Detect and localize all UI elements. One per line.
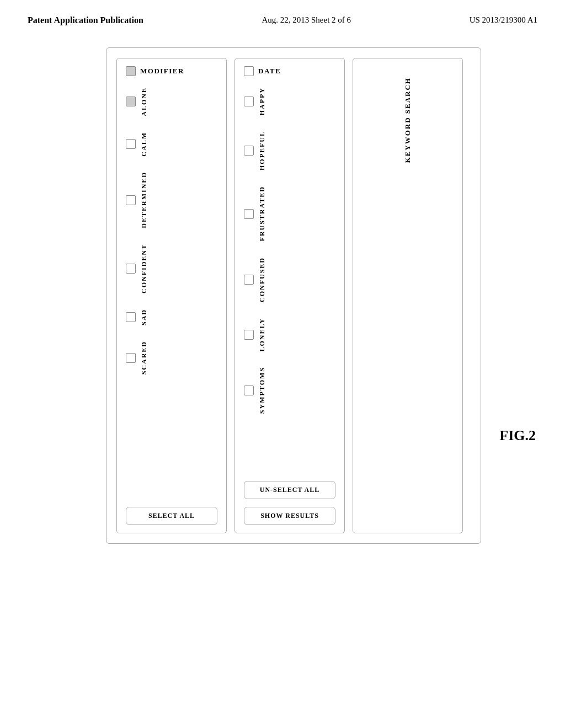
modifier-buttons: SELECT ALL: [126, 494, 217, 525]
hopeful-checkbox[interactable]: [244, 146, 254, 156]
date-title-checkbox[interactable]: [244, 66, 254, 76]
happy-label: HAPPY: [258, 87, 266, 115]
modifier-header: MODIFIER: [126, 66, 217, 76]
frustrated-label: FRUSTRATED: [258, 186, 266, 241]
sad-label: SAD: [140, 309, 148, 325]
list-item: HOPEFUL: [244, 131, 335, 170]
alone-checkbox[interactable]: [126, 97, 136, 106]
confused-checkbox[interactable]: [244, 275, 254, 285]
list-item: ALONE: [126, 87, 217, 116]
scared-checkbox[interactable]: [126, 353, 136, 363]
alone-label: ALONE: [140, 87, 148, 116]
confident-checkbox[interactable]: [126, 264, 136, 274]
modifier-title-label: MODIFIER: [140, 67, 184, 76]
date-buttons: UN-SELECT ALL SHOW RESULTS: [244, 468, 335, 525]
scared-label: SCARED: [140, 341, 148, 374]
outer-frame: MODIFIER ALONE CALM DETERMINED: [106, 47, 481, 544]
sad-checkbox[interactable]: [126, 312, 136, 322]
hopeful-label: HOPEFUL: [258, 131, 266, 170]
modifier-title-checkbox[interactable]: [126, 66, 136, 76]
list-item: HAPPY: [244, 87, 335, 115]
header-center: Aug. 22, 2013 Sheet 2 of 6: [262, 15, 351, 25]
happy-checkbox[interactable]: [244, 97, 254, 106]
list-item: CONFUSED: [244, 257, 335, 302]
main-content: MODIFIER ALONE CALM DETERMINED: [0, 31, 565, 560]
list-item: SAD: [126, 309, 217, 325]
modifier-panel: MODIFIER ALONE CALM DETERMINED: [116, 58, 227, 533]
keyword-title-label: KEYWORD SEARCH: [403, 77, 412, 163]
determined-checkbox[interactable]: [126, 195, 136, 205]
header-right: US 2013/219300 A1: [470, 15, 537, 25]
modifier-items-list: ALONE CALM DETERMINED CONFIDENT: [126, 87, 217, 494]
confident-label: CONFIDENT: [140, 244, 148, 293]
date-items-list: HAPPY HOPEFUL FRUSTRATED CONFUSED: [244, 87, 335, 468]
date-panel: DATE HAPPY HOPEFUL FRUSTRATED: [234, 58, 345, 533]
list-item: CONFIDENT: [126, 244, 217, 293]
lonely-label: LONELY: [258, 318, 266, 352]
list-item: CALM: [126, 132, 217, 157]
list-item: SYMPTOMS: [244, 367, 335, 414]
date-header: DATE: [244, 66, 335, 76]
lonely-checkbox[interactable]: [244, 330, 254, 340]
list-item: DETERMINED: [126, 172, 217, 228]
date-title-label: DATE: [258, 67, 281, 76]
frustrated-checkbox[interactable]: [244, 209, 254, 219]
symptoms-label: SYMPTOMS: [258, 367, 266, 414]
header-left: Patent Application Publication: [28, 15, 143, 25]
calm-label: CALM: [140, 132, 148, 157]
keyword-panel: KEYWORD SEARCH: [353, 58, 463, 533]
determined-label: DETERMINED: [140, 172, 148, 228]
calm-checkbox[interactable]: [126, 139, 136, 149]
page-header: Patent Application Publication Aug. 22, …: [0, 0, 565, 31]
confused-label: CONFUSED: [258, 257, 266, 302]
list-item: LONELY: [244, 318, 335, 352]
select-all-button[interactable]: SELECT ALL: [126, 507, 217, 525]
unselect-all-button[interactable]: UN-SELECT ALL: [244, 481, 335, 499]
show-results-button[interactable]: SHOW RESULTS: [244, 507, 335, 525]
fig-label: FIG.2: [499, 427, 536, 444]
list-item: SCARED: [126, 341, 217, 374]
list-item: FRUSTRATED: [244, 186, 335, 241]
symptoms-checkbox[interactable]: [244, 386, 254, 395]
